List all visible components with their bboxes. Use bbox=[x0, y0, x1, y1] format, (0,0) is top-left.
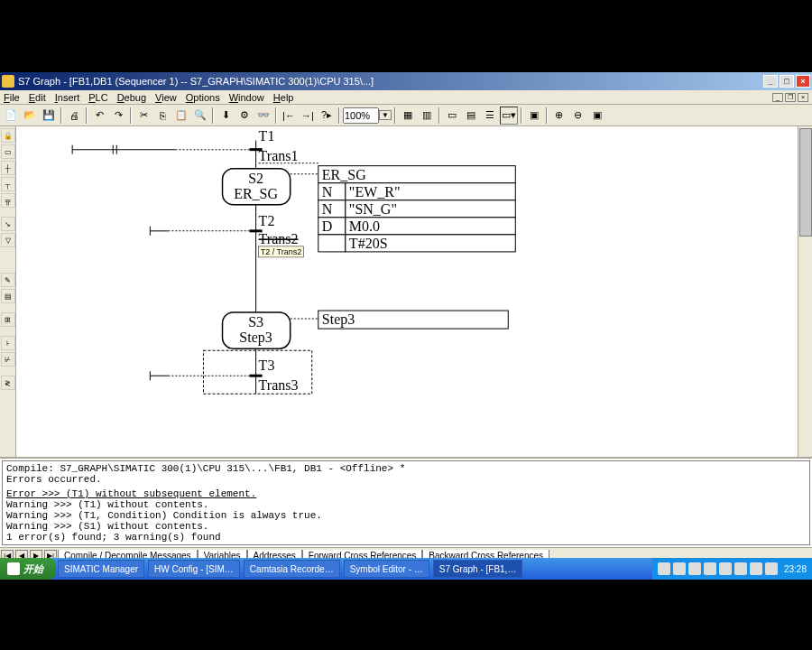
help-context-button[interactable]: ?▸ bbox=[318, 107, 336, 125]
tool-jump[interactable]: ↘ bbox=[1, 217, 15, 231]
undo-button[interactable]: ↶ bbox=[90, 107, 108, 125]
download-button[interactable]: ⬇ bbox=[217, 107, 235, 125]
diagram-svg: T1 Trans1 S2 ER_SG ER_SG N "EW_R" N " bbox=[16, 126, 798, 457]
view-btn-6[interactable]: ▭▾ bbox=[500, 107, 518, 125]
errors-occurred: Errors occurred. bbox=[6, 474, 806, 485]
start-button[interactable]: 开始 bbox=[0, 558, 56, 580]
open-button[interactable]: 📂 bbox=[21, 107, 39, 125]
svg-text:M0.0: M0.0 bbox=[349, 218, 380, 234]
tray-icon[interactable] bbox=[658, 562, 670, 575]
zoom-out-button[interactable]: ⊖ bbox=[569, 107, 587, 125]
svg-text:N: N bbox=[322, 184, 333, 200]
tool-lock-icon[interactable]: 🔒 bbox=[1, 128, 15, 143]
tool-branch[interactable]: ┬ bbox=[1, 177, 15, 191]
t3-id: T3 bbox=[259, 358, 275, 373]
compile-header: Compile: S7_GRAPH\SIMATIC 300(1)\CPU 315… bbox=[6, 463, 806, 474]
zoom-in-button[interactable]: ⊕ bbox=[550, 107, 568, 125]
menu-debug[interactable]: Debug bbox=[117, 92, 146, 103]
menu-file[interactable]: FFileile bbox=[4, 92, 20, 103]
view-btn-4[interactable]: ▤ bbox=[462, 107, 480, 125]
task-s7-graph[interactable]: S7 Graph - [FB1,… bbox=[433, 560, 523, 578]
menu-options[interactable]: Options bbox=[186, 92, 220, 103]
tray-icon[interactable] bbox=[719, 562, 732, 575]
mdi-restore-button[interactable]: ❐ bbox=[785, 93, 796, 102]
action-table[interactable]: ER_SG N "EW_R" N "SN_G" D M0.0 T#20S bbox=[318, 166, 516, 252]
task-camtasia[interactable]: Camtasia Recorde… bbox=[244, 560, 340, 578]
print-button[interactable]: 🖨 bbox=[65, 107, 83, 125]
task-symbol-editor[interactable]: Symbol Editor - … bbox=[344, 560, 429, 578]
tray-icon[interactable] bbox=[704, 562, 716, 575]
view-btn-3[interactable]: ▭ bbox=[443, 107, 461, 125]
new-button[interactable]: 📄 bbox=[2, 107, 20, 125]
minimize-button[interactable]: _ bbox=[763, 75, 778, 88]
svg-text:T#20S: T#20S bbox=[349, 236, 388, 251]
goto-start-button[interactable]: |← bbox=[280, 107, 298, 125]
menu-help[interactable]: Help bbox=[273, 92, 294, 103]
spacer bbox=[0, 329, 15, 334]
app-window: S7 Graph - [FB1,DB1 (Sequencer 1) -- S7_… bbox=[0, 72, 812, 580]
redo-button[interactable]: ↷ bbox=[109, 107, 127, 125]
cut-button[interactable]: ✂ bbox=[134, 107, 152, 125]
tool-contact[interactable]: ⊦ bbox=[1, 336, 15, 350]
view-btn-5[interactable]: ☰ bbox=[481, 107, 499, 125]
tray-icon[interactable] bbox=[673, 562, 686, 575]
output-panel: Compile: S7_GRAPH\SIMATIC 300(1)\CPU 315… bbox=[0, 457, 812, 563]
copy-button[interactable]: ⎘ bbox=[153, 107, 171, 125]
monitor-button[interactable]: 👓 bbox=[254, 107, 272, 125]
tray-icon[interactable] bbox=[765, 562, 778, 575]
taskbar: 开始 SIMATIC Manager HW Config - [SIM… Cam… bbox=[0, 558, 812, 580]
view-btn-2[interactable]: ▥ bbox=[418, 107, 436, 125]
mdi-close-button[interactable]: × bbox=[798, 93, 808, 102]
tool-comment[interactable]: ✎ bbox=[1, 273, 15, 287]
vertical-scrollbar[interactable] bbox=[798, 126, 812, 457]
task-simatic-manager[interactable]: SIMATIC Manager bbox=[58, 560, 144, 578]
view-btn-1[interactable]: ▦ bbox=[399, 107, 417, 125]
tool-contact-n[interactable]: ⊬ bbox=[1, 352, 15, 367]
task-hw-config[interactable]: HW Config - [SIM… bbox=[148, 560, 240, 578]
view-btn-7[interactable]: ▣ bbox=[525, 107, 543, 125]
workarea: 🔒 ▭ ┼ ┬ ╦ ↘ ▽ ✎ ▤ ⊞ ⊦ ⊬ ≷ bbox=[0, 126, 812, 457]
menu-plc[interactable]: PLC bbox=[88, 92, 107, 103]
output-text[interactable]: Compile: S7_GRAPH\SIMATIC 300(1)\CPU 315… bbox=[2, 460, 810, 545]
menu-insert[interactable]: Insert bbox=[55, 92, 80, 103]
fit-button[interactable]: ▣ bbox=[588, 107, 606, 125]
tool-trans[interactable]: ┼ bbox=[1, 161, 15, 175]
maximize-button[interactable]: □ bbox=[780, 75, 794, 88]
tool-alt[interactable]: ╦ bbox=[1, 193, 15, 208]
menu-edit[interactable]: Edit bbox=[29, 92, 46, 103]
goto-end-button[interactable]: →| bbox=[299, 107, 317, 125]
tool-step[interactable]: ▭ bbox=[1, 144, 15, 159]
t2-id: T2 bbox=[259, 213, 275, 228]
left-toolbar: 🔒 ▭ ┼ ┬ ╦ ↘ ▽ ✎ ▤ ⊞ ⊦ ⊬ ≷ bbox=[0, 126, 16, 457]
warning-line-2: Warning >>> (T1, Condition) Condition is… bbox=[6, 510, 806, 521]
tray-icon[interactable] bbox=[688, 562, 701, 575]
zoom-combo[interactable]: ▼ bbox=[343, 107, 392, 124]
mdi-controls: _ ❐ × bbox=[772, 93, 808, 102]
close-button[interactable]: × bbox=[796, 75, 810, 88]
tool-end[interactable]: ▽ bbox=[1, 233, 15, 247]
svg-text:"EW_R": "EW_R" bbox=[349, 184, 401, 200]
paste-button[interactable]: 📋 bbox=[172, 107, 190, 125]
find-button[interactable]: 🔍 bbox=[191, 107, 209, 125]
save-button[interactable]: 💾 bbox=[40, 107, 58, 125]
s2-name: ER_SG bbox=[234, 186, 278, 201]
tray-icon[interactable] bbox=[750, 562, 762, 575]
tool-button[interactable]: ⚙ bbox=[235, 107, 254, 125]
separator bbox=[130, 107, 132, 124]
scrollbar-thumb[interactable] bbox=[799, 128, 812, 237]
title-text: S7 Graph - [FB1,DB1 (Sequencer 1) -- S7_… bbox=[18, 76, 761, 87]
separator bbox=[338, 107, 340, 124]
titlebar: S7 Graph - [FB1,DB1 (Sequencer 1) -- S7_… bbox=[0, 72, 812, 90]
separator bbox=[212, 107, 214, 124]
tool-action[interactable]: ▤ bbox=[1, 289, 15, 303]
diagram-canvas[interactable]: T1 Trans1 S2 ER_SG ER_SG N "EW_R" N " bbox=[16, 126, 798, 457]
menu-window[interactable]: Window bbox=[229, 92, 264, 103]
mdi-minimize-button[interactable]: _ bbox=[772, 93, 783, 102]
tool-compare[interactable]: ≷ bbox=[1, 376, 15, 390]
zoom-input[interactable] bbox=[343, 107, 379, 124]
separator bbox=[546, 107, 548, 124]
start-label: 开始 bbox=[23, 562, 43, 576]
tool-net[interactable]: ⊞ bbox=[1, 312, 15, 327]
tray-icon[interactable] bbox=[734, 562, 747, 575]
menu-view[interactable]: View bbox=[155, 92, 177, 103]
